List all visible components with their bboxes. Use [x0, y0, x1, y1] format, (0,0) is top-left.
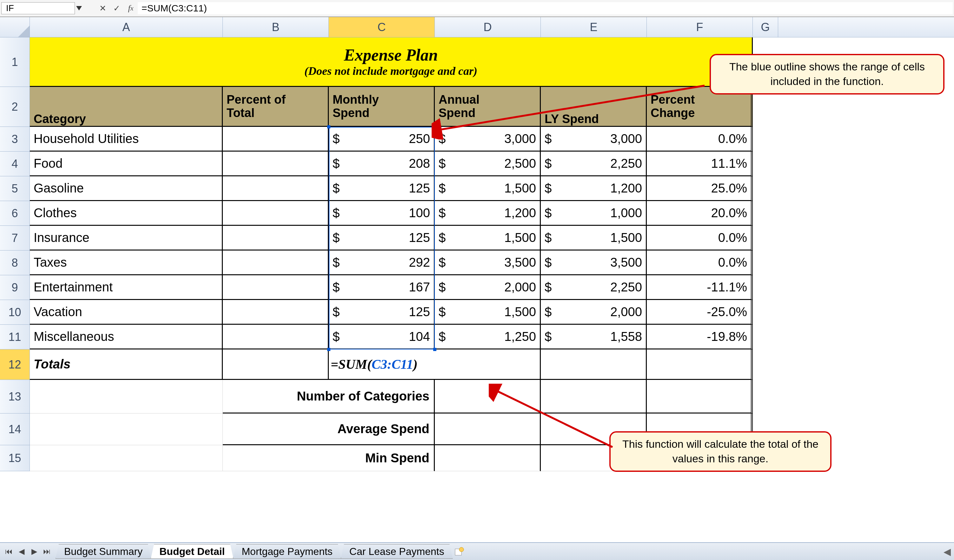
horizontal-scroll-left-icon[interactable]: ◀	[466, 546, 954, 557]
cell-A6[interactable]: Clothes	[30, 201, 223, 226]
cell-D11[interactable]: $1,250	[435, 325, 541, 350]
cell-C11[interactable]: $104	[329, 325, 435, 350]
label-number-categories[interactable]: Number of Categories	[223, 380, 435, 414]
insert-function-button[interactable]: fx	[124, 2, 138, 14]
row-header-2[interactable]: 2	[0, 87, 30, 127]
cell-E13[interactable]	[541, 380, 647, 414]
cell-F9[interactable]: -11.1%	[647, 275, 753, 300]
header-annual-spend[interactable]: AnnualSpend	[435, 87, 541, 127]
cell-F6[interactable]: 20.0%	[647, 201, 753, 226]
cell-A9[interactable]: Entertainment	[30, 275, 223, 300]
row-header-9[interactable]: 9	[0, 275, 30, 300]
cell-F5[interactable]: 25.0%	[647, 176, 753, 201]
cancel-formula-button[interactable]: ✕	[96, 2, 110, 14]
row-header-6[interactable]: 6	[0, 201, 30, 226]
cell-B6[interactable]	[223, 201, 329, 226]
cell-F11[interactable]: -19.8%	[647, 325, 753, 350]
cell-F10[interactable]: -25.0%	[647, 300, 753, 325]
cell-D5[interactable]: $1,500	[435, 176, 541, 201]
cell-D9[interactable]: $2,000	[435, 275, 541, 300]
col-header-F[interactable]: F	[647, 17, 753, 37]
row-header-14[interactable]: 14	[0, 414, 30, 445]
cell-F8[interactable]: 0.0%	[647, 250, 753, 275]
cell-A15[interactable]	[30, 445, 223, 471]
cell-B12[interactable]	[223, 350, 329, 380]
cell-F13[interactable]	[647, 380, 753, 414]
cell-A4[interactable]: Food	[30, 152, 223, 176]
row-header-13[interactable]: 13	[0, 380, 30, 414]
row-header-3[interactable]: 3	[0, 127, 30, 152]
cell-D15[interactable]	[435, 445, 541, 471]
tab-car-lease-payments[interactable]: Car Lease Payments	[341, 544, 453, 559]
cell-B5[interactable]	[223, 176, 329, 201]
cell-E3[interactable]: $3,000	[541, 127, 647, 152]
label-average-spend[interactable]: Average Spend	[223, 414, 435, 445]
cell-D7[interactable]: $1,500	[435, 226, 541, 250]
cell-D4[interactable]: $2,500	[435, 152, 541, 176]
cell-D13[interactable]	[435, 380, 541, 414]
col-header-D[interactable]: D	[435, 17, 541, 37]
cell-C7[interactable]: $125	[329, 226, 435, 250]
cell-E9[interactable]: $2,250	[541, 275, 647, 300]
name-box[interactable]: IF	[1, 2, 75, 14]
cell-A11[interactable]: Miscellaneous	[30, 325, 223, 350]
tab-mortgage-payments[interactable]: Mortgage Payments	[233, 544, 341, 559]
cell-C6[interactable]: $100	[329, 201, 435, 226]
cell-B11[interactable]	[223, 325, 329, 350]
cell-B10[interactable]	[223, 300, 329, 325]
cell-C5[interactable]: $125	[329, 176, 435, 201]
row-header-12[interactable]: 12	[0, 350, 30, 380]
col-header-G[interactable]: G	[753, 17, 778, 37]
col-header-B[interactable]: B	[223, 17, 329, 37]
cell-C4[interactable]: $208	[329, 152, 435, 176]
tab-nav-next[interactable]: ▶	[28, 545, 41, 558]
tab-nav-prev[interactable]: ◀	[15, 545, 28, 558]
row-header-5[interactable]: 5	[0, 176, 30, 201]
accept-formula-button[interactable]: ✓	[110, 2, 124, 14]
title-merged-cell[interactable]: Expense Plan (Does not include mortgage …	[30, 37, 753, 87]
cell-C12-editing[interactable]: =SUM(C3:C11)	[329, 350, 541, 380]
cell-F4[interactable]: 11.1%	[647, 152, 753, 176]
header-category[interactable]: Category	[30, 87, 223, 127]
cell-E10[interactable]: $2,000	[541, 300, 647, 325]
cell-B8[interactable]	[223, 250, 329, 275]
col-header-E[interactable]: E	[541, 17, 647, 37]
cell-E6[interactable]: $1,000	[541, 201, 647, 226]
col-header-C[interactable]: C	[329, 17, 435, 37]
tab-budget-detail[interactable]: Budget Detail	[151, 544, 233, 559]
row-header-4[interactable]: 4	[0, 152, 30, 176]
cell-E7[interactable]: $1,500	[541, 226, 647, 250]
cell-F3[interactable]: 0.0%	[647, 127, 753, 152]
cell-A7[interactable]: Insurance	[30, 226, 223, 250]
cell-A12-totals[interactable]: Totals	[30, 350, 223, 380]
cell-E11[interactable]: $1,558	[541, 325, 647, 350]
cell-B4[interactable]	[223, 152, 329, 176]
cell-C10[interactable]: $125	[329, 300, 435, 325]
row-header-1[interactable]: 1	[0, 37, 30, 87]
cell-D6[interactable]: $1,200	[435, 201, 541, 226]
cell-C9[interactable]: $167	[329, 275, 435, 300]
header-ly-spend[interactable]: LY Spend	[541, 87, 647, 127]
cell-A5[interactable]: Gasoline	[30, 176, 223, 201]
cell-E5[interactable]: $1,200	[541, 176, 647, 201]
row-header-15[interactable]: 15	[0, 445, 30, 471]
col-header-A[interactable]: A	[30, 17, 223, 37]
row-header-7[interactable]: 7	[0, 226, 30, 250]
cell-D3[interactable]: $3,000	[435, 127, 541, 152]
cell-C3[interactable]: $250	[329, 127, 435, 152]
cell-D10[interactable]: $1,500	[435, 300, 541, 325]
name-box-dropdown[interactable]	[75, 2, 83, 14]
cell-D14[interactable]	[435, 414, 541, 445]
cell-F7[interactable]: 0.0%	[647, 226, 753, 250]
row-header-10[interactable]: 10	[0, 300, 30, 325]
label-min-spend[interactable]: Min Spend	[223, 445, 435, 471]
header-monthly-spend[interactable]: MonthlySpend	[329, 87, 435, 127]
tab-nav-last[interactable]: ⏭	[41, 545, 53, 558]
cell-E4[interactable]: $2,250	[541, 152, 647, 176]
cell-E8[interactable]: $3,500	[541, 250, 647, 275]
row-header-8[interactable]: 8	[0, 250, 30, 275]
cell-C8[interactable]: $292	[329, 250, 435, 275]
select-all-triangle[interactable]	[0, 17, 30, 37]
row-header-11[interactable]: 11	[0, 325, 30, 350]
cell-A13[interactable]	[30, 380, 223, 414]
